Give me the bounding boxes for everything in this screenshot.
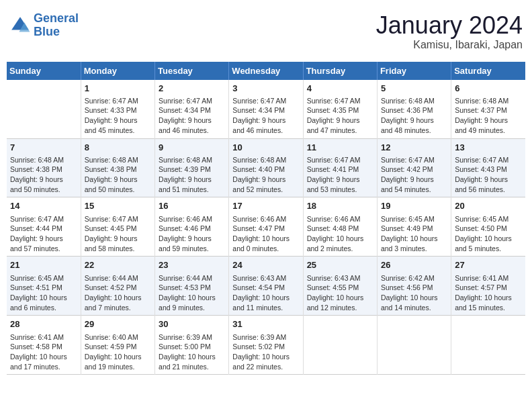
calendar-cell: 6Sunrise: 6:48 AM Sunset: 4:37 PM Daylig… [451,80,525,138]
calendar-cell: 19Sunrise: 6:45 AM Sunset: 4:49 PM Dayli… [377,197,451,257]
calendar-cell: 18Sunrise: 6:46 AM Sunset: 4:48 PM Dayli… [303,197,377,257]
calendar-cell [7,80,81,138]
calendar-cell: 14Sunrise: 6:47 AM Sunset: 4:44 PM Dayli… [7,197,81,257]
day-number: 10 [232,142,299,154]
calendar-week-2: 7Sunrise: 6:48 AM Sunset: 4:38 PM Daylig… [7,138,525,197]
calendar-cell [451,316,525,375]
day-number: 20 [455,200,522,212]
weekday-header-monday: Monday [81,62,154,80]
day-number: 12 [381,142,447,154]
calendar-cell: 26Sunrise: 6:42 AM Sunset: 4:56 PM Dayli… [377,257,451,316]
calendar-table: SundayMondayTuesdayWednesdayThursdayFrid… [7,62,525,375]
calendar-cell: 12Sunrise: 6:47 AM Sunset: 4:42 PM Dayli… [377,138,451,197]
day-info: Sunrise: 6:41 AM Sunset: 4:57 PM Dayligh… [455,273,522,313]
calendar-cell: 23Sunrise: 6:44 AM Sunset: 4:53 PM Dayli… [155,257,229,316]
calendar-cell: 22Sunrise: 6:44 AM Sunset: 4:52 PM Dayli… [81,257,154,316]
day-number: 29 [85,318,151,330]
calendar-cell [377,316,451,375]
day-info: Sunrise: 6:45 AM Sunset: 4:50 PM Dayligh… [455,214,522,254]
day-info: Sunrise: 6:48 AM Sunset: 4:38 PM Dayligh… [10,155,77,195]
day-info: Sunrise: 6:43 AM Sunset: 4:55 PM Dayligh… [307,273,373,313]
day-info: Sunrise: 6:48 AM Sunset: 4:36 PM Dayligh… [381,96,447,136]
day-info: Sunrise: 6:48 AM Sunset: 4:38 PM Dayligh… [85,155,151,195]
day-info: Sunrise: 6:47 AM Sunset: 4:42 PM Dayligh… [381,155,447,195]
calendar-cell: 10Sunrise: 6:48 AM Sunset: 4:40 PM Dayli… [229,138,303,197]
day-number: 22 [85,259,151,271]
day-info: Sunrise: 6:47 AM Sunset: 4:34 PM Dayligh… [159,96,225,136]
calendar-cell: 31Sunrise: 6:39 AM Sunset: 5:02 PM Dayli… [229,316,303,375]
calendar-cell: 25Sunrise: 6:43 AM Sunset: 4:55 PM Dayli… [303,257,377,316]
weekday-header-thursday: Thursday [303,62,377,80]
calendar-cell: 24Sunrise: 6:43 AM Sunset: 4:54 PM Dayli… [229,257,303,316]
day-number: 9 [159,142,225,154]
day-info: Sunrise: 6:48 AM Sunset: 4:37 PM Dayligh… [455,96,522,136]
calendar-cell: 27Sunrise: 6:41 AM Sunset: 4:57 PM Dayli… [451,257,525,316]
calendar-cell: 5Sunrise: 6:48 AM Sunset: 4:36 PM Daylig… [377,80,451,138]
day-number: 23 [159,259,225,271]
day-info: Sunrise: 6:42 AM Sunset: 4:56 PM Dayligh… [381,273,447,313]
day-info: Sunrise: 6:45 AM Sunset: 4:51 PM Dayligh… [10,273,77,313]
day-number: 6 [455,83,522,95]
day-number: 28 [10,318,77,330]
calendar-week-5: 28Sunrise: 6:41 AM Sunset: 4:58 PM Dayli… [7,316,525,375]
day-info: Sunrise: 6:47 AM Sunset: 4:45 PM Dayligh… [85,214,151,254]
weekday-header-row: SundayMondayTuesdayWednesdayThursdayFrid… [7,62,525,80]
day-number: 26 [381,259,447,271]
day-info: Sunrise: 6:45 AM Sunset: 4:49 PM Dayligh… [381,214,447,254]
calendar-cell: 16Sunrise: 6:46 AM Sunset: 4:46 PM Dayli… [155,197,229,257]
day-number: 1 [85,83,151,95]
calendar-cell [303,316,377,375]
day-info: Sunrise: 6:47 AM Sunset: 4:41 PM Dayligh… [307,155,373,195]
calendar-cell: 1Sunrise: 6:47 AM Sunset: 4:33 PM Daylig… [81,80,154,138]
day-number: 24 [232,259,299,271]
day-info: Sunrise: 6:47 AM Sunset: 4:34 PM Dayligh… [232,96,299,136]
day-info: Sunrise: 6:47 AM Sunset: 4:44 PM Dayligh… [10,214,77,254]
logo: General Blue [9,12,79,39]
day-info: Sunrise: 6:46 AM Sunset: 4:47 PM Dayligh… [232,214,299,254]
calendar-cell: 13Sunrise: 6:47 AM Sunset: 4:43 PM Dayli… [451,138,525,197]
weekday-header-tuesday: Tuesday [155,62,229,80]
day-number: 13 [455,142,522,154]
day-number: 7 [10,142,77,154]
calendar-cell: 4Sunrise: 6:47 AM Sunset: 4:35 PM Daylig… [303,80,377,138]
calendar-cell: 30Sunrise: 6:39 AM Sunset: 5:00 PM Dayli… [155,316,229,375]
day-number: 30 [159,318,225,330]
calendar-cell: 15Sunrise: 6:47 AM Sunset: 4:45 PM Dayli… [81,197,154,257]
day-info: Sunrise: 6:48 AM Sunset: 4:40 PM Dayligh… [232,155,299,195]
day-number: 19 [381,200,447,212]
day-info: Sunrise: 6:40 AM Sunset: 4:59 PM Dayligh… [85,332,151,372]
calendar-cell: 29Sunrise: 6:40 AM Sunset: 4:59 PM Dayli… [81,316,154,375]
page-subtitle: Kamisu, Ibaraki, Japan [376,39,523,51]
day-info: Sunrise: 6:48 AM Sunset: 4:39 PM Dayligh… [159,155,225,195]
day-number: 16 [159,200,225,212]
calendar-cell: 2Sunrise: 6:47 AM Sunset: 4:34 PM Daylig… [155,80,229,138]
day-number: 15 [85,200,151,212]
day-number: 3 [232,83,299,95]
weekday-header-wednesday: Wednesday [229,62,303,80]
day-number: 5 [381,83,447,95]
page-header: General Blue January 2024 Kamisu, Ibarak… [7,7,525,56]
calendar-cell: 9Sunrise: 6:48 AM Sunset: 4:39 PM Daylig… [155,138,229,197]
day-number: 31 [232,318,299,330]
day-number: 11 [307,142,373,154]
calendar-week-1: 1Sunrise: 6:47 AM Sunset: 4:33 PM Daylig… [7,80,525,138]
day-number: 18 [307,200,373,212]
logo-icon [9,15,31,36]
day-number: 25 [307,259,373,271]
calendar-cell: 20Sunrise: 6:45 AM Sunset: 4:50 PM Dayli… [451,197,525,257]
logo-text: General Blue [34,12,79,39]
day-number: 8 [85,142,151,154]
calendar-cell: 11Sunrise: 6:47 AM Sunset: 4:41 PM Dayli… [303,138,377,197]
day-info: Sunrise: 6:47 AM Sunset: 4:33 PM Dayligh… [85,96,151,136]
day-number: 2 [159,83,225,95]
calendar-cell: 17Sunrise: 6:46 AM Sunset: 4:47 PM Dayli… [229,197,303,257]
calendar-cell: 7Sunrise: 6:48 AM Sunset: 4:38 PM Daylig… [7,138,81,197]
weekday-header-sunday: Sunday [7,62,81,80]
day-info: Sunrise: 6:46 AM Sunset: 4:46 PM Dayligh… [159,214,225,254]
day-number: 21 [10,259,77,271]
title-block: January 2024 Kamisu, Ibaraki, Japan [376,12,523,51]
day-info: Sunrise: 6:47 AM Sunset: 4:43 PM Dayligh… [455,155,522,195]
calendar-week-3: 14Sunrise: 6:47 AM Sunset: 4:44 PM Dayli… [7,197,525,257]
weekday-header-saturday: Saturday [451,62,525,80]
day-number: 27 [455,259,522,271]
